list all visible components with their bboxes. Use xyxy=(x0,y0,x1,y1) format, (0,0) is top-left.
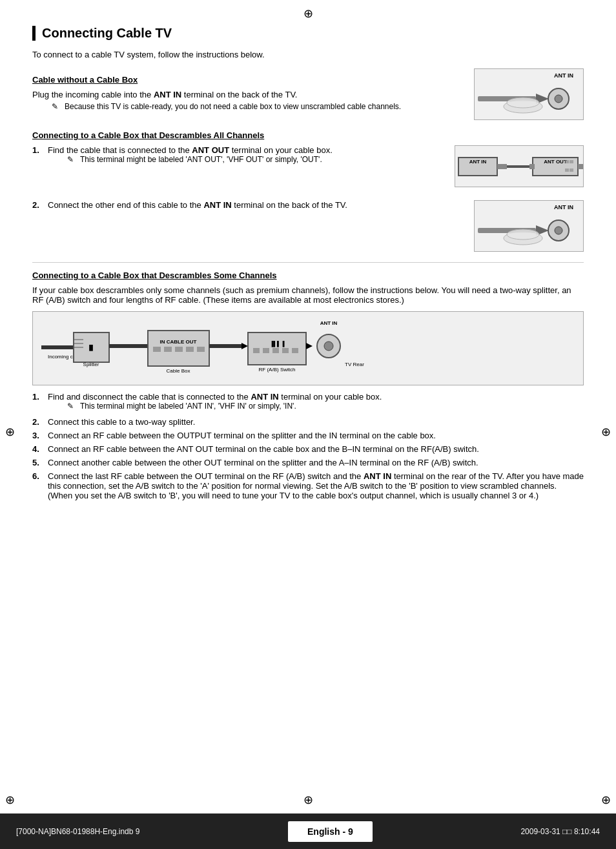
s3-step-num-1: 1. xyxy=(32,392,48,413)
section2-title: Connecting to a Cable Box that Descrambl… xyxy=(32,130,584,140)
note-icon-2: ✎ xyxy=(67,155,77,164)
ant-out-diagram: ANT IN ANT OUT xyxy=(455,145,584,187)
section2-note1: ✎ This terminal might be labeled 'ANT OU… xyxy=(67,155,442,164)
section3-intro: If your cable box descrambles only some … xyxy=(32,285,584,305)
main-diagram-svg: Incoming cable ▐▌ Splitter IN CABLE OUT xyxy=(38,314,578,382)
section3-title: Connecting to a Cable Box that Descrambl… xyxy=(32,271,584,280)
section1-title: Cable without a Cable Box xyxy=(32,75,461,85)
section2-step1-content: 1. Find the cable that is connected to t… xyxy=(32,145,455,170)
svg-rect-47 xyxy=(272,348,279,353)
page: ⊕ ⊕ ⊕ Connecting Cable TV To connect to … xyxy=(0,0,616,849)
svg-point-21 xyxy=(555,227,562,234)
note-icon: ✎ xyxy=(52,102,62,111)
step2-content: Connect the other end of this cable to t… xyxy=(48,200,461,210)
svg-point-5 xyxy=(507,97,539,108)
section3-step5: 5. Connect another cable between the oth… xyxy=(32,458,584,467)
svg-rect-39 xyxy=(197,347,205,352)
section3: Connecting to a Cable Box that Descrambl… xyxy=(32,271,584,500)
footer-bar: [7000-NA]BN68-01988H-Eng.indb 9 English … xyxy=(0,813,616,849)
svg-text:▐▌▌▐: ▐▌▌▐ xyxy=(270,340,285,347)
svg-point-23 xyxy=(507,229,539,240)
svg-rect-36 xyxy=(164,347,172,352)
divider xyxy=(32,262,584,263)
svg-text:IN  CABLE  OUT: IN CABLE OUT xyxy=(160,339,197,345)
step-content: Find the cable that is connected to the … xyxy=(48,145,442,167)
s3-step-num-3: 3. xyxy=(32,431,48,440)
svg-rect-45 xyxy=(253,348,260,353)
section1-content: Cable without a Cable Box Plug the incom… xyxy=(32,68,474,114)
footer-left: [7000-NA]BN68-01988H-Eng.indb 9 xyxy=(16,827,139,836)
svg-text:TV Rear: TV Rear xyxy=(345,362,364,367)
connector-svg-1 xyxy=(475,69,584,121)
reg-mark-bottom: ⊕ xyxy=(303,793,313,807)
svg-rect-9 xyxy=(507,165,533,168)
footer-center: English - 9 xyxy=(307,826,353,837)
s3-step4-content: Connect an RF cable between the ANT OUT … xyxy=(48,444,584,454)
svg-rect-14 xyxy=(565,160,569,163)
step-number-2: 2. xyxy=(32,200,48,210)
reg-mark-bottom-left: ⊕ xyxy=(5,793,15,807)
section2-step1: 1. Find the cable that is connected to t… xyxy=(32,145,442,167)
reg-mark-right: ⊕ xyxy=(601,425,611,439)
section2-step2: 2. Connect the other end of this cable t… xyxy=(32,200,461,210)
svg-rect-8 xyxy=(497,164,507,169)
svg-rect-32 xyxy=(109,344,148,348)
svg-text:RF (A/B) Switch: RF (A/B) Switch xyxy=(259,367,296,373)
s3-step-num-2: 2. xyxy=(32,417,48,427)
section2-step2-row: 2. Connect the other end of this cable t… xyxy=(32,200,584,252)
s3-step5-content: Connect another cable between the other … xyxy=(48,458,584,467)
svg-rect-15 xyxy=(570,160,573,163)
s3-step-num-6: 6. xyxy=(32,471,48,500)
svg-text:ANT IN: ANT IN xyxy=(469,159,487,165)
footer-right: 2009-03-31 □□ 8:10:44 xyxy=(520,827,600,836)
s3-step3-content: Connect an RF cable between the OUTPUT t… xyxy=(48,431,584,440)
svg-text:ANT IN: ANT IN xyxy=(320,320,338,326)
reg-mark-bottom-right: ⊕ xyxy=(601,793,611,807)
svg-rect-46 xyxy=(263,348,269,353)
svg-rect-48 xyxy=(282,348,289,353)
s3-step2-content: Connect this cable to a two-way splitter… xyxy=(48,417,584,427)
svg-text:▐▌: ▐▌ xyxy=(87,344,94,351)
s3-step-num-4: 4. xyxy=(32,444,48,454)
section2: Connecting to a Cable Box that Descrambl… xyxy=(32,130,584,252)
ant-out-svg: ANT IN ANT OUT xyxy=(455,146,584,188)
step-number: 1. xyxy=(32,145,48,167)
section1-note: ✎ Because this TV is cable-ready, you do… xyxy=(52,102,461,111)
section-title: Connecting Cable TV xyxy=(32,26,584,41)
section3-step1: 1. Find and disconnect the cable that is… xyxy=(32,392,584,413)
s3-step-num-5: 5. xyxy=(32,458,48,467)
reg-mark-left: ⊕ xyxy=(5,425,15,439)
svg-marker-42 xyxy=(241,343,248,349)
svg-text:Splitter: Splitter xyxy=(83,362,99,367)
svg-rect-13 xyxy=(578,164,583,169)
svg-rect-17 xyxy=(570,169,573,172)
ant-in-diagram-1: ANT IN xyxy=(474,68,584,120)
svg-rect-12 xyxy=(529,164,535,169)
section3-step3: 3. Connect an RF cable between the OUTPU… xyxy=(32,431,584,440)
svg-point-3 xyxy=(555,95,562,103)
note-icon-3: ✎ xyxy=(67,402,77,411)
section3-step4: 4. Connect an RF cable between the ANT O… xyxy=(32,444,584,454)
svg-text:ANT OUT: ANT OUT xyxy=(544,159,567,165)
intro-text: To connect to a cable TV system, follow … xyxy=(32,50,584,59)
svg-rect-16 xyxy=(565,169,569,172)
s3-step1-content: Find and disconnect the cable that is co… xyxy=(48,392,584,413)
section1: Cable without a Cable Box Plug the incom… xyxy=(32,68,584,120)
connector-svg-2 xyxy=(475,201,584,252)
s3-step6-content: Connect the last RF cable between the OU… xyxy=(48,471,584,500)
svg-rect-35 xyxy=(153,347,161,352)
svg-rect-49 xyxy=(292,348,298,353)
section3-step2: 2. Connect this cable to a two-way split… xyxy=(32,417,584,427)
svg-marker-51 xyxy=(306,343,313,349)
ant-in-diagram-2: ANT IN xyxy=(474,200,584,252)
svg-rect-24 xyxy=(41,345,74,349)
svg-point-53 xyxy=(324,342,333,351)
section3-step6: 6. Connect the last RF cable between the… xyxy=(32,471,584,500)
svg-rect-41 xyxy=(209,344,241,348)
main-diagram: Incoming cable ▐▌ Splitter IN CABLE OUT xyxy=(32,311,584,385)
svg-text:Cable Box: Cable Box xyxy=(167,368,190,374)
svg-rect-37 xyxy=(175,347,183,352)
section2-step1-row: 1. Find the cable that is connected to t… xyxy=(32,145,584,187)
section2-step2-content: 2. Connect the other end of this cable t… xyxy=(32,200,474,214)
svg-rect-38 xyxy=(186,347,194,352)
